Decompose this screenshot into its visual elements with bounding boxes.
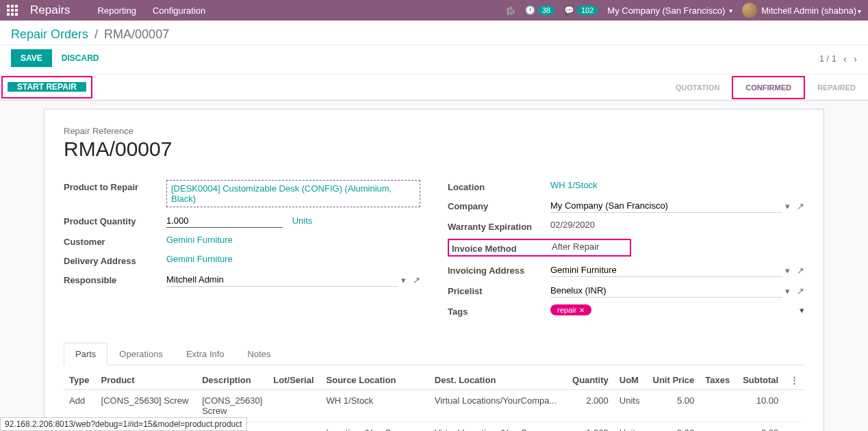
tabs: Parts Operations Extra Info Notes	[64, 343, 804, 365]
cell-uom[interactable]: Units	[614, 422, 646, 432]
app-brand: Repairs	[30, 3, 71, 17]
external-link-icon[interactable]: ↗	[797, 201, 804, 211]
step-repaired[interactable]: REPAIRED	[805, 75, 868, 101]
tag-remove-icon[interactable]: ✕	[579, 306, 585, 314]
product-to-repair-label: Product to Repair	[64, 180, 166, 192]
chevron-down-icon[interactable]: ▾	[800, 305, 804, 315]
activity-indicator[interactable]: 🕐38	[525, 5, 554, 15]
tags-label: Tags	[448, 304, 550, 317]
th-subtotal[interactable]: Subtotal	[736, 371, 784, 390]
discard-button[interactable]: DISCARD	[62, 53, 99, 63]
form-sheet: Repair Reference RMA/00007 Product to Re…	[44, 109, 824, 431]
cell-qty[interactable]: 2.000	[565, 390, 614, 422]
th-taxes[interactable]: Taxes	[700, 371, 736, 390]
right-column: Location WH 1/Stock Company ▾ ↗ Warranty…	[448, 180, 804, 324]
cell-dest[interactable]: Virtual Locations/YourCompa...	[429, 422, 566, 432]
avatar	[742, 3, 757, 18]
customer-label: Customer	[64, 235, 166, 247]
tab-extra-info[interactable]: Extra Info	[175, 343, 236, 365]
pricelist-field: ▾ ↗	[550, 284, 804, 298]
product-to-repair-field[interactable]: [DESK0004] Customizable Desk (CONFIG) (A…	[166, 180, 420, 207]
warranty-label: Warranty Expiration	[448, 220, 550, 232]
left-column: Product to Repair [DESK0004] Customizabl…	[64, 180, 420, 324]
repair-reference-value: RMA/00007	[64, 138, 804, 161]
th-more-icon[interactable]: ⋮	[784, 371, 804, 390]
save-button[interactable]: SAVE	[11, 49, 52, 67]
customer-field[interactable]: Gemini Furniture	[166, 235, 420, 245]
tags-field[interactable]: repair✕ ▾	[550, 304, 804, 316]
responsible-input[interactable]	[166, 273, 398, 287]
menu-configuration[interactable]: Configuration	[153, 5, 205, 16]
cell-taxes[interactable]	[700, 390, 736, 422]
external-link-icon[interactable]: ↗	[797, 265, 804, 276]
pager-prev-icon[interactable]: ‹	[843, 53, 847, 64]
cell-lot[interactable]	[268, 422, 320, 432]
form-columns: Product to Repair [DESK0004] Customizabl…	[64, 180, 804, 324]
cell-taxes[interactable]	[700, 422, 736, 432]
location-field[interactable]: WH 1/Stock	[550, 180, 804, 190]
th-qty[interactable]: Quantity	[565, 371, 614, 390]
product-qty-uom[interactable]: Units	[292, 216, 313, 226]
tag-label: repair	[557, 306, 576, 314]
invoice-method-field[interactable]: After Repair	[552, 241, 627, 254]
breadcrumb-parent[interactable]: Repair Orders	[11, 27, 88, 41]
step-quotation[interactable]: QUOTATION	[663, 75, 732, 101]
chevron-down-icon[interactable]: ▾	[782, 265, 793, 276]
tab-notes[interactable]: Notes	[236, 343, 283, 365]
invoice-method-highlight: Invoice Method After Repair	[448, 239, 631, 257]
cell-uom[interactable]: Units	[614, 390, 646, 422]
chevron-down-icon[interactable]: ▾	[782, 201, 793, 211]
cell-subtotal[interactable]: 0.00	[736, 422, 784, 432]
th-product[interactable]: Product	[96, 371, 197, 390]
pager-next-icon[interactable]: ›	[854, 53, 857, 64]
company-input[interactable]	[550, 199, 782, 213]
apps-icon[interactable]	[7, 5, 18, 16]
pricelist-input[interactable]	[550, 284, 782, 298]
tag-repair[interactable]: repair✕	[550, 304, 591, 315]
debug-icon[interactable]	[505, 5, 515, 16]
chevron-down-icon[interactable]: ▾	[782, 286, 793, 296]
tab-parts[interactable]: Parts	[64, 343, 107, 365]
cell-price[interactable]: 5.00	[646, 390, 700, 422]
user-menu[interactable]: Mitchell Admin (shabna)	[742, 3, 861, 18]
th-dest[interactable]: Dest. Location	[429, 371, 566, 390]
status-steps: QUOTATION CONFIRMED REPAIRED	[663, 75, 868, 100]
responsible-field: ▾ ↗	[166, 273, 420, 287]
menu-reporting[interactable]: Reporting	[98, 5, 136, 16]
cell-price[interactable]: 0.00	[646, 422, 700, 432]
cell-src[interactable]: Locations/YourCompa...	[321, 422, 429, 432]
invoicing-address-field: ▾ ↗	[550, 263, 804, 277]
th-price[interactable]: Unit Price	[646, 371, 700, 390]
product-qty-input[interactable]	[166, 214, 283, 228]
company-selector[interactable]: My Company (San Francisco)	[607, 5, 732, 16]
cell-dest[interactable]: Virtual Locations/YourCompa...	[429, 390, 566, 422]
repair-reference-label: Repair Reference	[64, 126, 804, 136]
messages-indicator[interactable]: 💬102	[564, 5, 598, 15]
delivery-address-field[interactable]: Gemini Furniture	[166, 254, 420, 264]
th-lot[interactable]: Lot/Serial	[268, 371, 320, 390]
th-description[interactable]: Description	[196, 371, 268, 390]
external-link-icon[interactable]: ↗	[797, 286, 804, 296]
invoicing-address-label: Invoicing Address	[448, 263, 550, 276]
company-field: ▾ ↗	[550, 199, 804, 213]
th-type[interactable]: Type	[64, 371, 96, 390]
start-repair-button[interactable]: START REPAIR	[8, 82, 86, 92]
cell-qty[interactable]: 1.000	[565, 422, 614, 432]
chevron-down-icon[interactable]: ▾	[398, 275, 409, 285]
messages-count: 102	[577, 5, 598, 15]
tab-operations[interactable]: Operations	[107, 343, 175, 365]
step-confirmed[interactable]: CONFIRMED	[732, 76, 805, 99]
delivery-address-label: Delivery Address	[64, 254, 166, 266]
th-src[interactable]: Source Location	[321, 371, 429, 390]
cell-lot[interactable]	[268, 390, 320, 422]
external-link-icon[interactable]: ↗	[413, 275, 420, 285]
invoicing-address-input[interactable]	[550, 263, 782, 277]
topbar-right: 🕐38 💬102 My Company (San Francisco) Mitc…	[505, 3, 861, 18]
cell-subtotal[interactable]: 10.00	[736, 390, 784, 422]
warranty-field[interactable]: 02/29/2020	[550, 220, 804, 230]
table-header-row: Type Product Description Lot/Serial Sour…	[64, 371, 804, 390]
cell-src[interactable]: WH 1/Stock	[321, 390, 429, 422]
breadcrumb: Repair Orders / RMA/00007	[11, 27, 169, 42]
pager-text: 1 / 1	[819, 53, 837, 64]
th-uom[interactable]: UoM	[614, 371, 646, 390]
